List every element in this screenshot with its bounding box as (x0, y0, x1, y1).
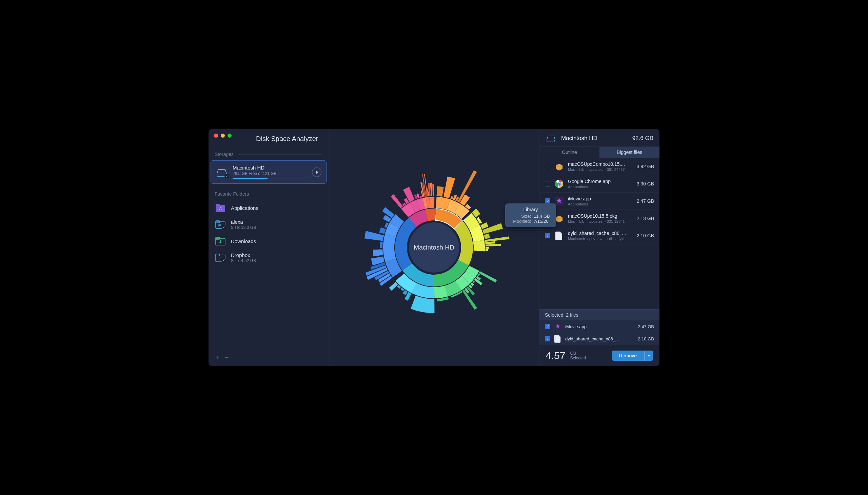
right-panel: Macintosh HD 92.6 GB Outline Biggest fil… (539, 129, 660, 366)
remove-button[interactable]: Remove (612, 351, 644, 361)
file-size: 3.92 GB (637, 164, 654, 169)
file-checkbox[interactable] (545, 198, 550, 204)
chart-tooltip: Library Size: 11.4 GB Modified: 7/15/20 (505, 203, 556, 227)
file-size: 3.90 GB (637, 181, 654, 186)
tooltip-size-label: Size: (511, 214, 531, 219)
right-header: Macintosh HD 92.6 GB (540, 129, 660, 147)
app-window: Disk Space Analyzer Storages Macintosh H… (208, 129, 660, 366)
disk-icon (216, 168, 228, 177)
file-checkbox[interactable] (545, 324, 550, 329)
tooltip-size-value: 11.4 GB (534, 214, 550, 219)
storages-label: Storages (208, 148, 328, 160)
check-badge-icon (221, 225, 226, 229)
favorite-item[interactable]: A Applications (208, 200, 328, 216)
favorite-name: alexa (231, 219, 256, 225)
tabs: Outline Biggest files (540, 147, 660, 158)
disk-icon (546, 134, 557, 142)
file-name: iMovie.app (568, 196, 633, 201)
remove-dropdown-button[interactable]: ▾ (644, 351, 653, 361)
file-checkbox[interactable] (545, 233, 550, 238)
tooltip-title: Library (511, 207, 550, 212)
right-footer: 4.57 GB Selected Remove ▾ (540, 345, 660, 366)
close-window-icon[interactable] (214, 134, 218, 138)
file-size: 2.10 GB (638, 336, 654, 341)
file-row[interactable]: iMovie.app Applications 2.47 GB (540, 192, 660, 210)
selected-row[interactable]: iMovie.app 2.47 GB (540, 320, 660, 332)
storage-subtitle: 28.5 GB Free of 121 GB (233, 171, 307, 176)
selected-header: Selected: 2 files (540, 309, 660, 320)
folder-icon: A (215, 203, 225, 212)
tooltip-mod-label: Modified: (511, 219, 531, 224)
folder-icon (215, 253, 225, 262)
right-volume-name: Macintosh HD (561, 135, 628, 142)
file-name: Google Chrome.app (568, 179, 633, 184)
svg-text:A: A (219, 206, 222, 211)
sidebar: Disk Space Analyzer Storages Macintosh H… (208, 129, 329, 366)
remove-favorite-button[interactable]: − (225, 354, 229, 361)
favorite-name: Downloads (231, 238, 256, 244)
favorite-item[interactable]: Dropbox Size: 4.52 GB (208, 249, 328, 267)
file-icon (555, 335, 561, 342)
file-name: dyld_shared_cache_x86_... (565, 336, 634, 341)
file-name: dyld_shared_cache_x86_... (568, 231, 633, 236)
right-volume-size: 92.6 GB (632, 135, 653, 142)
favorite-size: Size: 18.0 GB (231, 225, 256, 230)
folder-icon (215, 237, 225, 245)
check-badge-icon (221, 258, 226, 263)
chrome-icon (555, 179, 564, 188)
file-icon (555, 231, 564, 240)
imovie-icon (555, 196, 564, 206)
folder-icon (215, 220, 225, 229)
file-row[interactable]: macOSUpd10.15.5.pkg Mac ›Lib ›Updates ›0… (540, 210, 660, 227)
file-path: Applications (568, 202, 633, 206)
file-size: 2.13 GB (637, 216, 654, 221)
file-checkbox[interactable] (545, 164, 550, 169)
package-icon (555, 162, 564, 171)
favorite-item[interactable]: alexa Size: 18.0 GB (208, 216, 328, 233)
file-path: Applications (568, 185, 633, 189)
file-list: macOSUpdCombo10.15.... Mac ›Lib ›Updates… (540, 158, 660, 309)
add-favorite-button[interactable]: + (215, 354, 219, 361)
file-size: 2.47 GB (638, 324, 654, 329)
scan-button[interactable] (312, 168, 321, 177)
file-row[interactable]: Google Chrome.app Applications 3.90 GB (540, 175, 660, 192)
zoom-window-icon[interactable] (227, 134, 232, 138)
selected-total-size: 4.57 (546, 350, 565, 361)
file-path: Mac ›Lib ›Updates ›001-12341 (568, 219, 633, 223)
file-row[interactable]: dyld_shared_cache_x86_... Macintosh ›pri… (540, 227, 660, 244)
remove-button-group: Remove ▾ (612, 351, 653, 361)
check-badge-icon (224, 174, 229, 178)
storage-card[interactable]: Macintosh HD 28.5 GB Free of 121 GB (210, 160, 326, 184)
storage-name: Macintosh HD (233, 165, 307, 171)
selected-label: Selected (570, 356, 586, 360)
svg-point-11 (554, 140, 555, 141)
favorite-item[interactable]: Downloads (208, 233, 328, 249)
tab-biggest-files[interactable]: Biggest files (599, 147, 660, 158)
tooltip-mod-value: 7/15/20 (534, 219, 548, 224)
file-size: 2.10 GB (637, 233, 654, 238)
file-path: Mac ›Lib ›Updates ›061-94457 (568, 168, 633, 172)
selected-row[interactable]: dyld_shared_cache_x86_... 2.10 GB (540, 332, 660, 345)
window-controls (214, 134, 232, 138)
favorite-name: Applications (231, 205, 258, 211)
sunburst-chart[interactable]: Macintosh HD (339, 153, 529, 342)
chart-center-label: Macintosh HD (414, 244, 454, 251)
file-name: macOSUpdCombo10.15.... (568, 161, 633, 167)
file-row[interactable]: macOSUpdCombo10.15.... Mac ›Lib ›Updates… (540, 158, 660, 175)
file-name: macOSUpd10.15.5.pkg (568, 213, 633, 219)
file-checkbox[interactable] (545, 181, 550, 186)
file-path: Macintosh ›priv ›var ›db ›dyld (568, 237, 633, 241)
svg-point-15 (558, 183, 560, 185)
favorite-size: Size: 4.52 GB (231, 258, 256, 263)
imovie-icon (555, 323, 561, 330)
chart-area: Macintosh HD Library Size: 11.4 GB Modif… (329, 129, 539, 366)
favorite-name: Dropbox (231, 252, 256, 258)
file-checkbox[interactable] (545, 336, 550, 341)
tab-outline[interactable]: Outline (540, 147, 599, 158)
selected-total-unit: GB (570, 351, 586, 356)
storage-usage-bar (233, 178, 307, 180)
minimize-window-icon[interactable] (221, 134, 225, 138)
favorites-label: Favorite Folders (208, 188, 328, 200)
file-size: 2.47 GB (637, 198, 654, 204)
file-name: iMovie.app (565, 324, 634, 329)
